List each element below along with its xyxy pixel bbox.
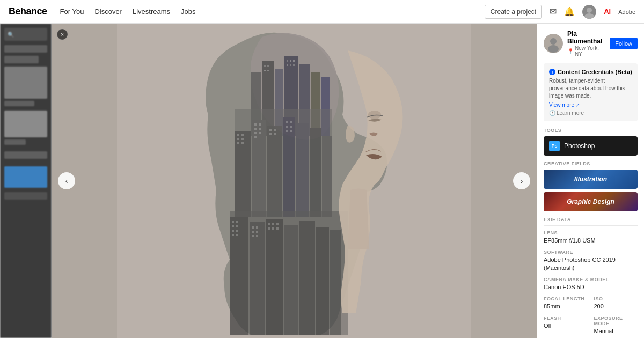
follow-button[interactable]: Follow	[610, 38, 638, 49]
sidebar-thumb-2	[4, 111, 47, 137]
svg-rect-33	[237, 142, 239, 144]
learn-more-link[interactable]: 🕐 Learn more	[549, 110, 632, 116]
svg-rect-17	[287, 64, 288, 66]
svg-rect-71	[256, 231, 258, 233]
svg-rect-58	[316, 227, 329, 335]
user-avatar[interactable]	[582, 5, 596, 19]
svg-rect-59	[330, 230, 341, 335]
svg-rect-32	[241, 138, 244, 140]
sidebar-thumb-label-1	[4, 101, 34, 106]
exif-software-label: SOFTWARE	[544, 249, 638, 255]
create-project-button[interactable]: Create a project	[485, 5, 542, 19]
behance-logo[interactable]: Behance	[9, 6, 47, 17]
svg-rect-29	[237, 134, 239, 136]
artwork-container	[52, 24, 537, 338]
exif-lens-label: LENS	[544, 230, 638, 236]
location-icon: 📍	[567, 48, 574, 54]
svg-rect-64	[232, 230, 234, 232]
exif-lens: LENS EF85mm f/1.8 USM	[544, 230, 638, 244]
svg-rect-61	[236, 221, 238, 223]
field-chip-graphic-design[interactable]: Graphic Design	[544, 192, 638, 211]
creative-fields-label: CREATIVE FIELDS	[544, 161, 638, 166]
svg-rect-43	[274, 129, 276, 131]
exif-flash-label: FLASH	[544, 315, 588, 321]
svg-rect-25	[283, 117, 295, 217]
field-name-illustration: Illustration	[574, 175, 607, 183]
svg-point-1	[584, 13, 594, 19]
nav-for-you[interactable]: For You	[60, 8, 84, 16]
artist-avatar[interactable]	[544, 34, 563, 53]
svg-rect-47	[290, 121, 292, 123]
adobe-label: Adobe	[618, 9, 635, 15]
exif-row-flash-exposure: FLASH Off EXPOSURE MODE Manual	[544, 315, 638, 338]
prev-arrow[interactable]: ‹	[58, 172, 75, 189]
svg-rect-50	[286, 130, 288, 132]
svg-rect-67	[236, 234, 238, 236]
svg-rect-51	[290, 130, 292, 132]
sidebar-thumb-label-2	[4, 139, 26, 145]
svg-rect-79	[276, 227, 279, 230]
svg-rect-40	[259, 132, 261, 134]
next-arrow[interactable]: ›	[513, 172, 530, 189]
svg-rect-31	[237, 138, 239, 140]
exif-iso-label: ISO	[594, 296, 638, 302]
svg-point-82	[550, 38, 557, 45]
nav-discover[interactable]: Discover	[94, 8, 122, 16]
svg-rect-39	[254, 132, 257, 134]
svg-point-83	[548, 45, 559, 53]
image-viewer: ×	[52, 24, 537, 338]
search-icon: 🔍	[8, 32, 14, 38]
view-more-link[interactable]: View more ↗	[549, 102, 632, 108]
sidebar-item-1	[4, 45, 47, 53]
svg-rect-13	[264, 70, 266, 71]
main-layout: 🔍 ×	[0, 24, 644, 338]
svg-rect-16	[290, 60, 291, 62]
svg-rect-12	[267, 65, 269, 67]
artist-row: Pia Blumenthal 📍 New York, NY Follow	[544, 30, 638, 57]
exif-focal-label: FOCAL LENGTH	[544, 296, 588, 302]
exif-flash: FLASH Off	[544, 315, 588, 335]
exif-iso: ISO 200	[594, 296, 638, 310]
svg-rect-14	[267, 70, 269, 71]
site-header: Behance For You Discover Livestreams Job…	[0, 0, 644, 24]
svg-rect-54	[250, 222, 265, 335]
svg-rect-41	[254, 136, 257, 138]
svg-rect-45	[274, 133, 276, 135]
svg-rect-24	[267, 126, 282, 217]
svg-rect-34	[241, 142, 244, 144]
messages-icon[interactable]: ✉	[550, 6, 557, 17]
artist-name[interactable]: Pia Blumenthal	[567, 30, 605, 45]
field-chip-illustration[interactable]: Illustration	[544, 170, 638, 189]
credentials-description: Robust, tamper-evident provenance data a…	[549, 77, 632, 100]
exif-camera: CAMERA MAKE & MODEL Canon EOS 5D	[544, 277, 638, 291]
exif-focal-value: 85mm	[544, 303, 588, 310]
info-icon: i	[549, 69, 555, 75]
tools-label: TOOLS	[544, 128, 638, 133]
nav-jobs[interactable]: Jobs	[181, 8, 195, 16]
svg-rect-18	[290, 64, 291, 66]
credentials-title: i Content Credentials (Beta)	[549, 69, 632, 75]
sidebar-item-2	[4, 56, 39, 63]
svg-rect-48	[286, 126, 288, 128]
main-nav: For You Discover Livestreams Jobs	[60, 8, 196, 16]
clock-icon: 🕐	[549, 110, 555, 116]
artist-info: Pia Blumenthal 📍 New York, NY	[567, 30, 605, 57]
svg-rect-63	[236, 225, 238, 227]
sidebar-item-3	[4, 151, 47, 159]
nav-livestreams[interactable]: Livestreams	[133, 8, 170, 16]
svg-rect-26	[296, 123, 309, 217]
exif-exposure: EXPOSURE MODE Manual	[594, 315, 638, 335]
notifications-icon[interactable]: 🔔	[564, 6, 575, 17]
svg-rect-55	[266, 219, 283, 335]
svg-rect-75	[272, 223, 274, 225]
svg-rect-72	[252, 235, 254, 237]
exif-camera-value: Canon EOS 5D	[544, 283, 638, 291]
svg-rect-38	[259, 128, 261, 130]
svg-rect-73	[256, 235, 258, 237]
svg-rect-62	[232, 225, 234, 227]
sidebar-item-4	[4, 192, 47, 200]
close-button[interactable]: ×	[57, 29, 68, 40]
tool-chip-photoshop[interactable]: Ps Photoshop	[544, 136, 638, 156]
svg-rect-11	[264, 65, 266, 67]
external-link-icon: ↗	[575, 102, 580, 108]
